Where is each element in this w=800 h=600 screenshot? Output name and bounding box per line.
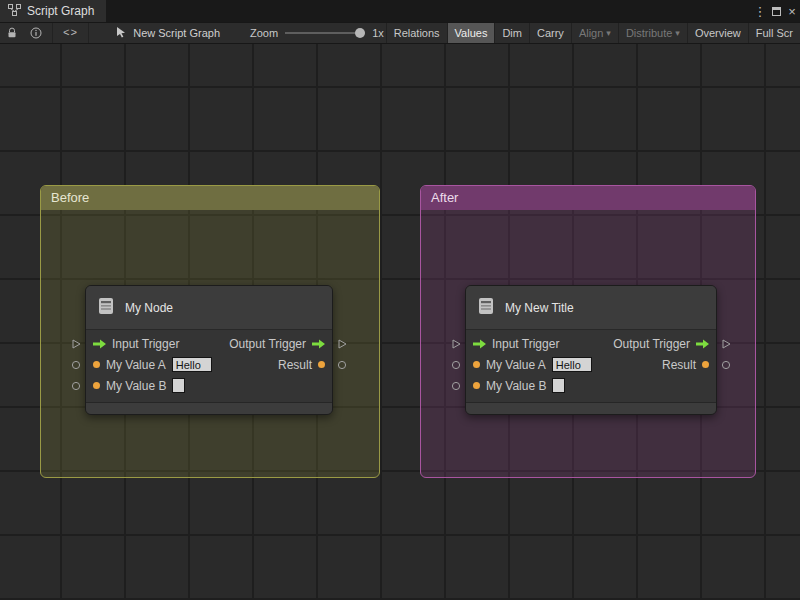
node-my-node[interactable]: My Node Input Trigger Output Trigger My …: [85, 285, 333, 415]
result-label: Result: [662, 358, 696, 372]
flow-arrow-icon: [93, 339, 106, 349]
script-graph-icon: [8, 4, 21, 19]
value-a-label: My Value A: [486, 358, 546, 372]
group-after-label: After: [431, 190, 458, 205]
graph-selector[interactable]: New Script Graph: [115, 26, 220, 40]
value-b-port[interactable]: [71, 381, 81, 391]
value-b-label: My Value B: [106, 379, 166, 393]
chevron-down-icon: ▾: [675, 28, 680, 38]
value-a-port[interactable]: [71, 360, 81, 370]
value-port-icon: [473, 382, 480, 389]
input-trigger-label: Input Trigger: [112, 337, 179, 351]
trigger-row: Input Trigger Output Trigger: [466, 333, 716, 354]
group-before-header[interactable]: Before: [41, 186, 379, 210]
input-trigger-port[interactable]: [71, 339, 81, 349]
result-label: Result: [278, 358, 312, 372]
tab-bar: Script Graph ⋮ ×: [0, 0, 800, 22]
value-a-row: My Value A Result: [466, 354, 716, 375]
value-b-input[interactable]: [172, 378, 185, 393]
result-port[interactable]: [721, 360, 731, 370]
distribute-dropdown[interactable]: Distribute▾: [618, 23, 687, 43]
info-icon[interactable]: [24, 23, 48, 43]
group-before-label: Before: [51, 190, 89, 205]
unit-icon: [96, 296, 116, 319]
tab-script-graph[interactable]: Script Graph: [0, 0, 106, 22]
value-b-label: My Value B: [486, 379, 546, 393]
zoom-label: Zoom: [250, 27, 278, 39]
output-trigger-port[interactable]: [721, 339, 731, 349]
node-rows: Input Trigger Output Trigger My Value A …: [86, 330, 332, 402]
value-port-icon: [473, 361, 480, 368]
unit-icon: [476, 296, 496, 319]
graph-name-label: New Script Graph: [133, 27, 220, 39]
graph-toolbar: <> New Script Graph Zoom 1x Relations Va…: [0, 22, 800, 44]
zoom-slider-handle[interactable]: [355, 28, 365, 38]
value-b-port[interactable]: [451, 381, 461, 391]
values-button[interactable]: Values: [447, 23, 495, 43]
value-a-input[interactable]: [552, 357, 592, 372]
tab-title: Script Graph: [27, 4, 94, 18]
value-a-input[interactable]: [172, 357, 212, 372]
node-title: My Node: [125, 301, 173, 315]
lock-icon[interactable]: [0, 23, 24, 43]
align-dropdown[interactable]: Align▾: [571, 23, 618, 43]
maximize-icon[interactable]: [768, 0, 784, 22]
tabbar-spacer: [106, 0, 752, 22]
output-trigger-port[interactable]: [337, 339, 347, 349]
value-a-label: My Value A: [106, 358, 166, 372]
value-port-icon: [93, 382, 100, 389]
window-menu-icon[interactable]: ⋮: [752, 0, 768, 22]
node-header[interactable]: My New Title: [466, 286, 716, 330]
input-trigger-label: Input Trigger: [492, 337, 559, 351]
graph-canvas[interactable]: Before After My Node Input Trigger: [0, 44, 800, 600]
node-footer: [86, 402, 332, 414]
zoom-control: Zoom 1x: [250, 27, 384, 39]
value-b-input[interactable]: [552, 378, 565, 393]
zoom-value: 1x: [372, 27, 384, 39]
value-a-row: My Value A Result: [86, 354, 332, 375]
overview-button[interactable]: Overview: [687, 23, 748, 43]
script-graph-window: Script Graph ⋮ × <> New Script Graph Zoo…: [0, 0, 800, 600]
toolbar-separator: [88, 23, 89, 43]
node-title: My New Title: [505, 301, 574, 315]
value-port-icon: [93, 361, 100, 368]
output-trigger-label: Output Trigger: [613, 337, 690, 351]
flow-arrow-icon: [473, 339, 486, 349]
output-trigger-label: Output Trigger: [229, 337, 306, 351]
node-my-new-title[interactable]: My New Title Input Trigger Output Trigge…: [465, 285, 717, 415]
node-rows: Input Trigger Output Trigger My Value A …: [466, 330, 716, 402]
flow-arrow-icon: [696, 339, 709, 349]
toolbar-button-group: Relations Values Dim Carry Align▾ Distri…: [386, 23, 800, 43]
flow-arrow-icon: [312, 339, 325, 349]
relations-button[interactable]: Relations: [386, 23, 447, 43]
dim-button[interactable]: Dim: [494, 23, 529, 43]
value-port-icon: [318, 361, 325, 368]
node-footer: [466, 402, 716, 414]
node-header[interactable]: My Node: [86, 286, 332, 330]
value-b-row: My Value B: [466, 375, 716, 396]
carry-button[interactable]: Carry: [529, 23, 571, 43]
edit-source-icon[interactable]: <>: [57, 23, 84, 43]
zoom-slider[interactable]: [285, 32, 365, 34]
toolbar-separator: [52, 23, 53, 43]
value-b-row: My Value B: [86, 375, 332, 396]
trigger-row: Input Trigger Output Trigger: [86, 333, 332, 354]
graph-pointer-icon: [115, 26, 127, 40]
close-icon[interactable]: ×: [784, 0, 800, 22]
value-a-port[interactable]: [451, 360, 461, 370]
value-port-icon: [702, 361, 709, 368]
fullscreen-button[interactable]: Full Scr: [748, 23, 800, 43]
result-port[interactable]: [337, 360, 347, 370]
input-trigger-port[interactable]: [451, 339, 461, 349]
group-after-header[interactable]: After: [421, 186, 755, 210]
chevron-down-icon: ▾: [606, 28, 611, 38]
